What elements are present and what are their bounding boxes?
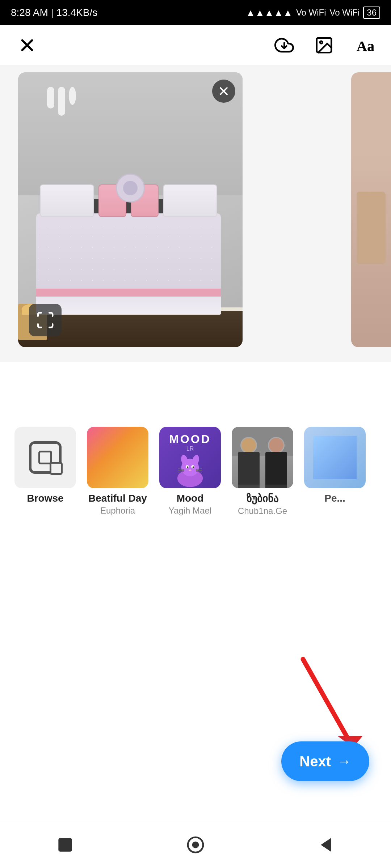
round-pillow bbox=[116, 174, 145, 203]
image-icon-button[interactable] bbox=[311, 33, 337, 58]
template-thumb-browse bbox=[14, 427, 76, 488]
wifi-icon: Vo WiFi bbox=[296, 8, 326, 18]
template-thumb-georgian bbox=[232, 427, 293, 488]
template-item-beautiful-day[interactable]: Beatiful Day Euphoria bbox=[87, 427, 148, 516]
svg-point-13 bbox=[187, 467, 188, 468]
status-time: 8:28 AM | 13.4KB/s bbox=[11, 7, 97, 18]
mattress bbox=[36, 213, 221, 315]
next-button[interactable]: Next → bbox=[281, 741, 369, 781]
svg-point-3 bbox=[320, 41, 323, 43]
status-bar: 8:28 AM | 13.4KB/s ▲▲▲▲▲ Vo WiFi Vo WiFi… bbox=[0, 0, 391, 25]
template-name-beautiful-day: Beatiful Day bbox=[88, 493, 147, 504]
template-name-georgian: ზუბინა bbox=[247, 493, 278, 505]
svg-text:Aa: Aa bbox=[357, 38, 374, 54]
template-item-fifth[interactable]: Pe... bbox=[304, 427, 366, 516]
toolbar-right: Aa bbox=[272, 33, 377, 58]
image-close-button[interactable] bbox=[212, 80, 235, 103]
template-thumb-mood: MOOD LR bbox=[159, 427, 221, 488]
nav-stop-button[interactable] bbox=[51, 830, 80, 859]
next-button-arrow: → bbox=[337, 753, 351, 770]
duvet-stripe bbox=[36, 289, 221, 297]
nav-back-button[interactable] bbox=[311, 830, 340, 859]
svg-line-22 bbox=[303, 659, 353, 748]
template-author-georgian: Chub1na.Ge bbox=[238, 506, 287, 516]
signal-icon: ▲▲▲▲▲ bbox=[246, 7, 293, 18]
template-author-mood: Yagih Mael bbox=[169, 506, 211, 516]
close-button[interactable] bbox=[14, 33, 40, 58]
wifi2-icon: Vo WiFi bbox=[330, 8, 360, 18]
next-button-label: Next bbox=[299, 753, 331, 770]
svg-point-14 bbox=[193, 467, 194, 468]
template-item-mood[interactable]: MOOD LR bbox=[159, 427, 221, 516]
image-area bbox=[0, 65, 391, 362]
svg-point-26 bbox=[192, 841, 199, 848]
scan-button[interactable] bbox=[29, 304, 62, 336]
svg-marker-27 bbox=[321, 838, 331, 851]
status-icons: ▲▲▲▲▲ Vo WiFi Vo WiFi 36 bbox=[246, 7, 380, 19]
wall-decoration bbox=[47, 87, 76, 116]
template-thumb-fifth bbox=[304, 427, 366, 488]
template-author-beautiful-day: Euphoria bbox=[100, 506, 135, 516]
template-item-georgian[interactable]: ზუბინა Chub1na.Ge bbox=[232, 427, 293, 516]
georgian-people-image bbox=[232, 427, 293, 488]
template-name-fifth: Pe... bbox=[324, 493, 345, 504]
toolbar: Aa bbox=[0, 25, 391, 65]
templates-section: Browse Beatiful Day Euphoria MOOD LR bbox=[0, 412, 391, 523]
spacer bbox=[0, 362, 391, 412]
nav-home-button[interactable] bbox=[181, 830, 210, 859]
battery-icon: 36 bbox=[363, 7, 380, 19]
template-name-mood: Mood bbox=[177, 493, 204, 504]
template-thumb-beautiful-day bbox=[87, 427, 148, 488]
bottom-nav bbox=[0, 821, 391, 868]
templates-scroll: Browse Beatiful Day Euphoria MOOD LR bbox=[0, 427, 391, 516]
svg-rect-21 bbox=[313, 436, 357, 479]
template-item-browse[interactable]: Browse bbox=[14, 427, 76, 516]
cloud-icon-button[interactable] bbox=[272, 33, 297, 58]
secondary-image bbox=[351, 72, 391, 347]
template-name-browse: Browse bbox=[27, 493, 63, 504]
text-format-button[interactable]: Aa bbox=[351, 33, 377, 58]
svg-rect-24 bbox=[58, 838, 72, 851]
main-image[interactable] bbox=[18, 72, 243, 347]
